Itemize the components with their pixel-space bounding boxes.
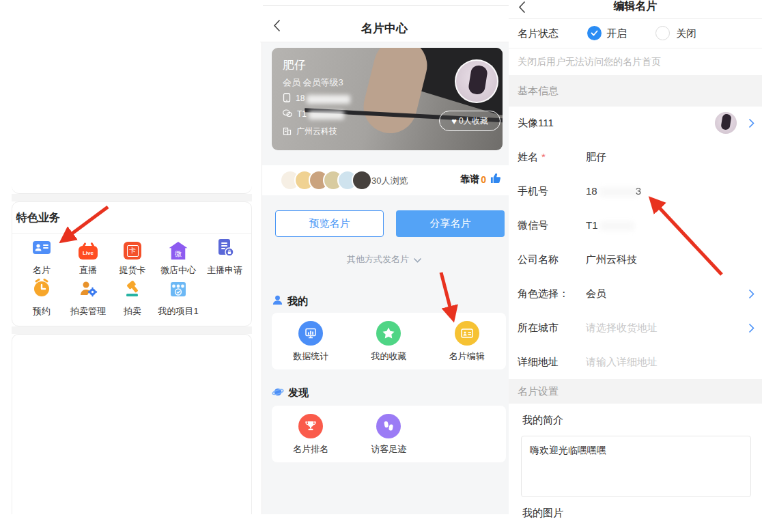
role-field-label: 角色选择： [518,288,569,300]
company-field-value[interactable]: 广州云科技 [586,253,637,266]
wechat-field-label: 微信号 [518,219,548,232]
discover-section-card: 名片排名 访客足迹 [272,406,506,462]
star-icon [376,321,401,346]
city-field-row[interactable]: 所在城市 请选择收货地址 [509,311,762,346]
reservation-clock-icon [32,279,51,300]
my-project-store-icon [169,279,188,300]
preview-card-button[interactable]: 预览名片 [275,210,384,237]
avatar-thumbnail[interactable] [715,112,737,134]
wechat-icon [283,109,292,120]
service-item-my-project[interactable]: 我的项目1 [155,281,201,318]
service-label: 拍卖管理 [65,305,111,318]
favorite-count-pill[interactable]: ♥ 0人收藏 [439,111,500,131]
card-status-row: 名片状态 开启 关闭 [509,19,762,48]
edit-card-panel: 编辑名片 名片状态 开启 关闭 关闭后用户无法访问您的名片首页 基本信息 头像1… [509,0,762,532]
service-item-microstore-center[interactable]: 微 微店中心 [155,240,201,277]
status-on-radio-checked[interactable] [587,26,602,40]
service-label: 名片 [18,264,65,277]
left-panel-featured-services: 特色业务 名片 Live 直播 卡 提货卡 微 微店中心 主播申请 预约 拍卖管… [0,0,260,532]
phone-icon [283,93,291,104]
views-count: 30人浏览 [371,175,408,187]
left-lower-card [12,334,252,514]
role-field-value[interactable]: 会员 [586,288,606,300]
status-off-radio-unchecked[interactable] [655,26,670,40]
role-field-row[interactable]: 角色选择： 会员 [509,277,762,311]
name-field-row[interactable]: 姓名* 肥仔 [509,141,762,175]
menu-item-card-ranking[interactable]: 名片排名 [272,406,350,462]
wechat-field-value[interactable]: T1 [586,219,634,231]
address-field-placeholder[interactable]: 请输入详细地址 [586,356,658,369]
divider [12,233,251,234]
photo-hand-shape [358,48,433,139]
trophy-icon [298,414,323,438]
auction-gavel-icon [123,279,142,300]
discover-section-title: 发现 [288,387,309,400]
pickup-card-icon: 卡 [124,242,141,260]
profile-company-row: 广州云科技 [283,126,337,137]
service-item-auction-manage[interactable]: 拍卖管理 [65,281,111,318]
microstore-icon: 微 [169,242,188,260]
service-item-reservation[interactable]: 预约 [18,281,65,318]
intro-textarea[interactable]: 嗨欢迎光临嘿嘿嘿 [521,436,751,497]
empty-cell [428,406,506,462]
profile-name: 肥仔 [283,57,306,73]
service-item-anchor-apply[interactable]: 主播申请 [201,240,248,277]
service-item-pickup-card[interactable]: 卡 提货卡 [109,240,156,277]
wechat-field-row[interactable]: 微信号 T1 [509,209,762,243]
service-item-live[interactable]: Live 直播 [65,240,111,277]
share-card-button[interactable]: 分享名片 [396,210,505,237]
status-note: 关闭后用户无法访问您的名片首页 [509,48,762,75]
reliable-count: 0 [481,174,486,185]
thumbs-up-icon[interactable] [490,173,501,186]
page-title: 编辑名片 [509,0,762,14]
profile-wechat-row: T1 [283,109,344,120]
address-field-label: 详细地址 [518,356,559,369]
reliable-vote[interactable]: 靠谱 0 [460,173,501,186]
avatar-field-row[interactable]: 头像111 [509,107,762,141]
phone-tail-digit: 3 [636,185,641,197]
card-settings-section-header: 名片设置 [509,379,762,404]
person-icon [272,294,283,308]
wechat-blur-mask [309,111,344,120]
card-status-label: 名片状态 [518,27,559,40]
profile-member-line: 会员 会员等级3 [283,76,343,89]
menu-item-my-favorites[interactable]: 我的收藏 [350,313,427,369]
other-share-methods[interactable]: 其他方式发名片 [260,253,509,266]
required-asterisk: * [541,151,546,163]
auction-manage-icon [79,279,98,300]
avatar-field-label: 头像111 [518,117,554,130]
profile-phone-row: 18 [283,93,350,104]
card-edit-icon [455,321,479,346]
mine-section-card: 数据统计 我的收藏 名片编辑 [272,313,506,369]
service-item-auction[interactable]: 拍卖 [109,281,156,318]
menu-item-visitor-footprints[interactable]: 访客足迹 [350,406,427,462]
status-on-label[interactable]: 开启 [606,27,627,40]
wechat-blur-mask [600,221,634,231]
data-statistics-icon [298,321,323,346]
menu-item-data-statistics[interactable]: 数据统计 [272,313,350,369]
phone-field-row[interactable]: 手机号 183 [509,175,762,209]
mine-section-header: 我的 [272,294,308,308]
card-center-panel: 名片中心 肥仔 会员 会员等级3 18 T1 广州云科技 ♥ 0人收藏 [260,0,509,532]
city-field-placeholder[interactable]: 请选择收货地址 [586,322,658,335]
service-label: 主播申请 [201,264,248,277]
mine-section-title: 我的 [287,295,308,308]
address-field-row[interactable]: 详细地址 请输入详细地址 [509,346,762,380]
company-field-row[interactable]: 公司名称 广州云科技 [509,243,762,277]
service-item-business-card[interactable]: 名片 [18,240,65,277]
name-field-value[interactable]: 肥仔 [586,151,606,164]
profile-company: 广州云科技 [296,126,337,137]
my-images-label: 我的图片 [522,507,563,520]
status-off-label[interactable]: 关闭 [676,27,696,40]
company-building-icon [283,126,292,137]
menu-item-card-edit[interactable]: 名片编辑 [428,313,506,369]
basic-info-section-header: 基本信息 [509,75,762,107]
phone-field-label: 手机号 [518,185,548,198]
card-gap [12,326,252,334]
left-upper-card-edge [12,82,252,194]
service-label: 直播 [65,264,111,277]
profile-card[interactable]: 肥仔 会员 会员等级3 18 T1 广州云科技 ♥ 0人收藏 [272,48,503,150]
intro-label: 我的简介 [522,414,563,427]
chevron-down-icon [413,255,422,265]
phone-field-value[interactable]: 183 [586,185,641,197]
